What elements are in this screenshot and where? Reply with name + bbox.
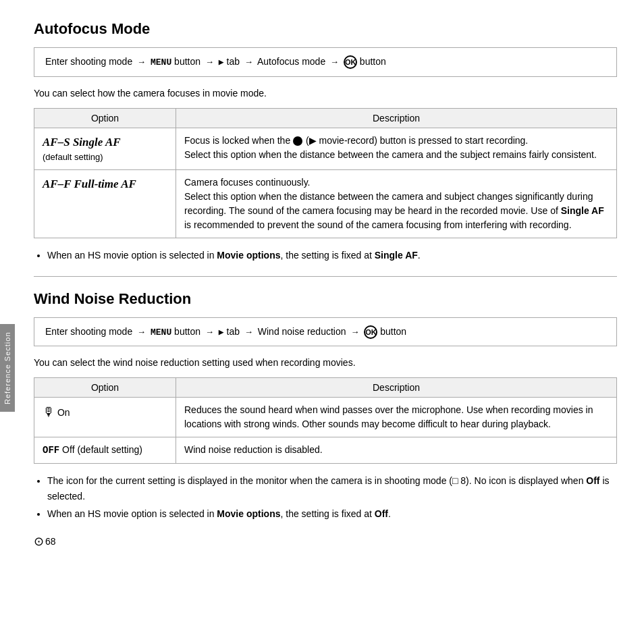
af-desc-2: Camera focuses continuously. Select this…: [176, 169, 617, 238]
wind-menu-label: MENU: [151, 327, 171, 338]
sidebar-label: Reference Section: [0, 324, 15, 412]
autofocus-nav-box: Enter shooting mode → MENU button → ▶︎ t…: [34, 47, 617, 77]
af-desc-1: Focus is locked when the (▶︎ movie-recor…: [176, 128, 617, 169]
list-item: The icon for the current setting is disp…: [47, 473, 617, 504]
page-footer: ⊙ 68: [34, 534, 617, 549]
af-col-option: Option: [34, 108, 176, 128]
af-intro: You can select how the camera focuses in…: [34, 88, 617, 99]
wind-tab-icon: ▶︎: [219, 327, 224, 338]
table-row: OFF Off (default setting) Wind noise red…: [34, 437, 617, 464]
wind-tab-label: tab: [224, 326, 240, 337]
wind-col-desc: Description: [176, 378, 617, 398]
table-row: 🎙 On Reduces the sound heard when wind p…: [34, 398, 617, 437]
movie-record-icon: ▶︎: [309, 135, 317, 146]
wind-desc-off: Wind noise reduction is disabled.: [176, 437, 617, 464]
list-item: When an HS movie option is selected in M…: [47, 248, 617, 263]
af-bullet-bold-1: Movie options: [217, 250, 280, 261]
af-tab-label: tab: [224, 56, 240, 67]
wind-on-icon: 🎙: [43, 405, 55, 419]
autofocus-table: Option Description AF–S Single AF (defau…: [34, 108, 617, 238]
wind-table: Option Description 🎙 On Reduces the soun…: [34, 377, 617, 464]
wind-nav-text: Enter shooting mode → MENU button → ▶︎ t…: [45, 326, 406, 337]
wind-off-label: Off (default setting): [62, 444, 142, 455]
wind-bullet-bold-2: Movie options: [217, 508, 280, 519]
wind-option-on: 🎙 On: [34, 398, 176, 437]
af-f-symbol: AF–F Full-time AF: [43, 176, 167, 193]
page-icon: ⊙: [34, 534, 44, 549]
af-bullet-bold-2: Single AF: [375, 250, 418, 261]
wind-col-option: Option: [34, 378, 176, 398]
section-divider: [34, 276, 617, 277]
wind-desc-on: Reduces the sound heard when wind passes…: [176, 398, 617, 437]
af-bullets: When an HS movie option is selected in M…: [47, 248, 617, 263]
wind-intro: You can select the wind noise reduction …: [34, 357, 617, 368]
table-row: AF–F Full-time AF Camera focuses continu…: [34, 169, 617, 238]
af-tab-icon: ▶︎: [219, 57, 224, 68]
af-s-sub: (default setting): [43, 151, 167, 164]
wind-bullet-bold-1: Off: [586, 475, 599, 486]
af-col-desc: Description: [176, 108, 617, 128]
wind-bullet-bold-3: Off: [375, 508, 388, 519]
wind-title: Wind Noise Reduction: [34, 290, 617, 308]
af-ok-button: OK: [344, 55, 357, 69]
af-s-symbol: AF–S Single AF: [43, 134, 167, 151]
list-item: When an HS movie option is selected in M…: [47, 506, 617, 521]
af-nav-text: Enter shooting mode → MENU button → ▶︎ t…: [45, 56, 386, 67]
wind-ok-button: OK: [364, 325, 377, 339]
circle-icon: [293, 136, 302, 146]
wind-bullets: The icon for the current setting is disp…: [47, 473, 617, 521]
page-number: 68: [45, 536, 56, 547]
af-bold-single: Single AF: [561, 205, 604, 216]
autofocus-title: Autofocus Mode: [34, 20, 617, 38]
table-row: AF–S Single AF (default setting) Focus i…: [34, 128, 617, 169]
af-option-2: AF–F Full-time AF: [34, 169, 176, 238]
wind-on-label: On: [57, 407, 70, 418]
wind-off-symbol: OFF: [43, 445, 59, 456]
af-option-1: AF–S Single AF (default setting): [34, 128, 176, 169]
af-menu-label: MENU: [151, 57, 171, 68]
wind-nav-box: Enter shooting mode → MENU button → ▶︎ t…: [34, 317, 617, 347]
wind-option-off: OFF Off (default setting): [34, 437, 176, 464]
